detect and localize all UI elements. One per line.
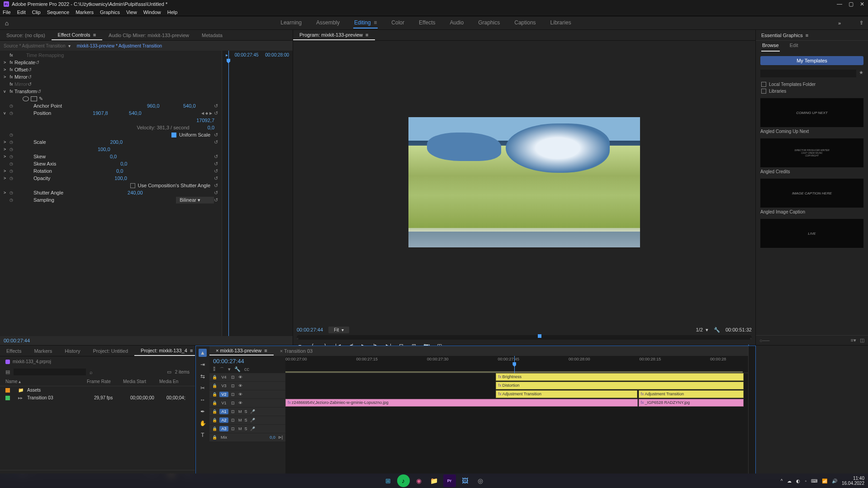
reset-icon[interactable]: ↺ xyxy=(214,190,218,196)
reset-icon[interactable]: ↺ xyxy=(28,74,32,80)
effect-property-row[interactable]: >◷Scale200,0↺ xyxy=(0,138,222,146)
effect-property-row[interactable]: >fxMirror↺ xyxy=(0,73,222,81)
minimize-button[interactable]: — xyxy=(837,1,842,7)
start-icon[interactable]: ⊞ xyxy=(382,474,394,487)
toggle-track-output-icon[interactable]: 👁 xyxy=(238,401,243,405)
wifi-icon[interactable]: 📶 xyxy=(822,479,827,483)
reset-icon[interactable]: ↺ xyxy=(37,89,41,95)
snap-icon[interactable]: ⁑ xyxy=(213,366,216,373)
razor-tool-icon[interactable]: ✂ xyxy=(199,384,207,392)
effect-property-row[interactable]: ✎ xyxy=(0,95,222,102)
column-header[interactable]: Media En xyxy=(159,379,178,384)
lock-icon[interactable]: 🔒 xyxy=(212,392,217,397)
reset-icon[interactable]: ↺ xyxy=(214,175,218,181)
effect-property-row[interactable]: >◷Shutter Angle240,00↺ xyxy=(0,189,222,196)
audio-track-header[interactable]: 🔒A1⊡MS🎤 xyxy=(209,407,285,416)
prev-keyframe-icon[interactable]: ◀ xyxy=(201,111,204,115)
property-value[interactable]: 0,0 xyxy=(208,125,218,130)
column-header[interactable]: Media Start xyxy=(123,379,159,384)
language-icon[interactable]: ⌨ xyxy=(811,479,817,483)
favorite-icon[interactable]: ★ xyxy=(859,70,863,77)
reset-icon[interactable]: ↺ xyxy=(214,103,218,109)
video-track-header[interactable]: 🔒V1⊡👁 xyxy=(209,399,285,407)
maximize-button[interactable]: ▢ xyxy=(849,1,854,7)
effect-property-row[interactable]: >◷100,0 xyxy=(0,146,222,153)
reset-icon[interactable]: ↺ xyxy=(214,197,218,203)
sync-lock-icon[interactable]: ⊡ xyxy=(231,426,236,431)
label-swatch[interactable] xyxy=(5,396,10,400)
solo-icon[interactable]: S xyxy=(245,418,247,422)
effect-property-row[interactable]: >◷Rotation0,0↺ xyxy=(0,167,222,175)
mix-track-header[interactable]: 🔒Mix0,0⊳| xyxy=(209,433,285,442)
project-item[interactable]: ▸▸Transition 0329,97 fps00;00;00;0000;00… xyxy=(0,394,195,402)
workspace-color[interactable]: Color xyxy=(390,18,405,28)
tray-chevron-icon[interactable]: ^ xyxy=(781,479,783,483)
sync-lock-icon[interactable]: ⊡ xyxy=(231,392,236,397)
source-tab[interactable]: Audio Clip Mixer: mixkit-133-preview xyxy=(102,31,195,40)
next-keyframe-icon[interactable]: ▶ xyxy=(209,111,212,115)
workspace-graphics[interactable]: Graphics xyxy=(477,18,501,28)
spotify-icon[interactable]: ♪ xyxy=(397,474,410,487)
premiere-icon[interactable]: Pr xyxy=(443,474,456,487)
timeline-clip[interactable]: fxBrightness xyxy=(496,373,743,381)
sync-lock-icon[interactable]: ⊡ xyxy=(231,384,236,388)
reset-icon[interactable]: ↺ xyxy=(35,60,39,66)
type-tool-icon[interactable]: T xyxy=(199,431,207,439)
source-tab[interactable]: Effect Controls ≡ xyxy=(52,30,102,40)
timeline-ruler[interactable]: 00:00:27:0000:00:27:1500:00:27:3000:00:2… xyxy=(285,356,748,373)
program-timeline-slider[interactable]: ◦ ◦ xyxy=(297,335,752,340)
effect-keyframe-timeline[interactable]: ▸ 00:00:27:45 00:00:28:00 xyxy=(222,51,293,336)
checkbox[interactable] xyxy=(171,133,176,137)
source-tab[interactable]: Source: (no clips) xyxy=(0,31,52,40)
column-header[interactable]: Frame Rate xyxy=(87,379,123,384)
ripple-edit-tool-icon[interactable]: ⇆ xyxy=(199,372,207,380)
template-item[interactable]: IMAGE CAPTION HEREAngled Image Caption xyxy=(760,179,863,214)
reset-icon[interactable]: ↺ xyxy=(28,81,32,87)
video-track-header[interactable]: 🔒V3⊡👁 xyxy=(209,382,285,390)
dropdown[interactable]: Bilinear ▾ xyxy=(176,197,214,204)
eg-search-input[interactable] xyxy=(760,70,856,77)
ellipse-mask-icon[interactable] xyxy=(23,96,29,101)
project-item[interactable]: 📁Assets xyxy=(0,386,195,394)
menu-file[interactable]: File xyxy=(3,9,11,15)
template-item[interactable]: DIRECTOR PRODUCER WRITERCAST CREW MUSICC… xyxy=(760,138,863,174)
project-tab[interactable]: Effects xyxy=(0,346,28,355)
workspace-learning[interactable]: Learning xyxy=(280,18,303,28)
toggle-track-output-icon[interactable]: 👁 xyxy=(238,384,243,388)
linked-selection-icon[interactable]: ⌒ xyxy=(219,366,224,373)
menu-sequence[interactable]: Sequence xyxy=(47,9,70,15)
effect-property-row[interactable]: vfxTransform↺ xyxy=(0,88,222,95)
captions-track-icon[interactable]: cc xyxy=(244,366,249,373)
effect-property-row[interactable]: >fxOffset↺ xyxy=(0,66,222,73)
track-target[interactable]: A3 xyxy=(219,426,228,431)
timeline-settings-icon[interactable]: 🔧 xyxy=(234,366,241,373)
effect-property-row[interactable]: >◷Opacity100,0↺ xyxy=(0,175,222,182)
voice-over-icon[interactable]: 🎤 xyxy=(250,418,255,422)
effect-property-row[interactable]: ◷Uniform Scale↺ xyxy=(0,131,222,138)
reset-icon[interactable]: ↺ xyxy=(214,132,218,138)
audio-track-header[interactable]: 🔒A3⊡MS🎤 xyxy=(209,425,285,433)
volume-icon[interactable]: 🔊 xyxy=(832,479,837,483)
my-templates-button[interactable]: My Templates xyxy=(760,56,863,65)
solo-icon[interactable]: S xyxy=(245,409,247,414)
effect-property-row[interactable]: ◷SamplingBilinear ▾↺ xyxy=(0,196,222,204)
property-value[interactable]: 540,0 xyxy=(183,103,210,109)
template-item[interactable]: LIVE xyxy=(760,219,863,248)
effect-property-row[interactable]: fxMirror↺ xyxy=(0,81,222,88)
voice-over-icon[interactable]: 🎤 xyxy=(250,426,255,431)
reset-icon[interactable]: ↺ xyxy=(214,168,218,174)
menu-markers[interactable]: Markers xyxy=(76,9,94,15)
source-tab[interactable]: Metadata xyxy=(195,31,229,40)
eg-sort-icon[interactable]: ≡▾ xyxy=(851,337,856,343)
pen-tool-icon[interactable]: ✒ xyxy=(199,407,207,416)
track-target[interactable]: V3 xyxy=(219,383,228,389)
menu-window[interactable]: Window xyxy=(143,9,161,15)
column-header[interactable]: Name ▴ xyxy=(5,379,87,384)
track-select-tool-icon[interactable]: ⇥ xyxy=(199,360,207,369)
sequence-tab[interactable]: × Transition 03 xyxy=(274,347,319,355)
project-tab[interactable]: Markers xyxy=(28,346,58,355)
project-tab[interactable]: Project: mixkit-133_4 ≡ xyxy=(134,346,195,356)
video-track-header[interactable]: 🔒V2⊡👁 xyxy=(209,390,285,399)
effect-property-row[interactable]: ◷Anchor Point960,0540,0↺ xyxy=(0,102,222,109)
menu-help[interactable]: Help xyxy=(167,9,178,15)
